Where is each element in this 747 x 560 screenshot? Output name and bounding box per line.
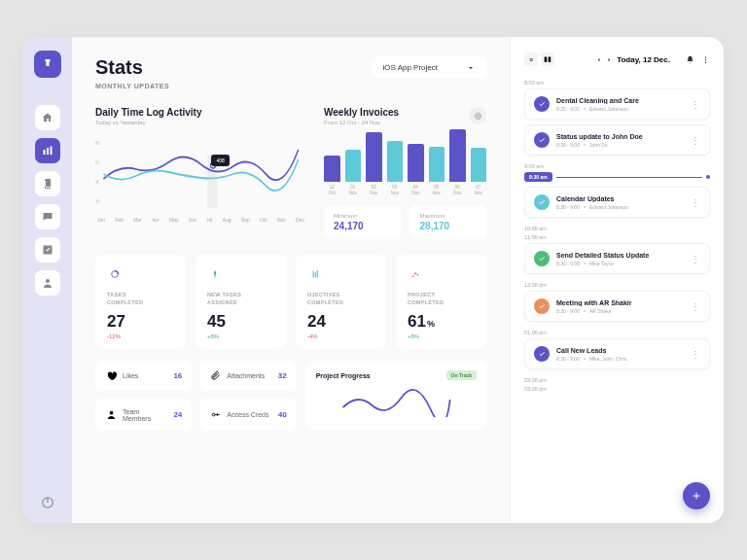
user-icon bbox=[42, 277, 53, 289]
next-day-button[interactable] bbox=[606, 56, 613, 63]
project-name: iOS App Project bbox=[383, 63, 438, 72]
min-value: 24,170 bbox=[334, 221, 390, 231]
stat-card[interactable]: TASKSCOMPLETED 27 -12% bbox=[95, 255, 186, 349]
nav-home[interactable] bbox=[35, 105, 60, 130]
schedule-panel: ≡ ▮▮ Today, 12 Dec. 8:00 am Dental Clean… bbox=[510, 37, 724, 523]
daily-chart-title: Daily Time Log Activity bbox=[95, 107, 201, 118]
event-more-button[interactable]: ⋮ bbox=[691, 102, 700, 107]
event-more-button[interactable]: ⋮ bbox=[691, 200, 700, 205]
svg-text:4h: 4h bbox=[95, 180, 100, 185]
svg-point-3 bbox=[46, 279, 50, 283]
page-subtitle: MONTHLY UPDATES bbox=[95, 83, 169, 89]
date-nav: Today, 12 Dec. bbox=[595, 55, 670, 64]
svg-text:6h: 6h bbox=[95, 160, 100, 165]
add-event-button[interactable] bbox=[683, 482, 710, 509]
svg-rect-16 bbox=[315, 272, 316, 277]
svg-rect-1 bbox=[47, 148, 49, 155]
prev-day-button[interactable] bbox=[595, 56, 602, 63]
event-more-button[interactable]: ⋮ bbox=[691, 352, 700, 357]
info-card[interactable]: Attachments32 bbox=[199, 361, 296, 391]
daily-chart-subtitle: Today vs Yesterday bbox=[95, 120, 201, 125]
event-card[interactable]: Meeting with AR Shakir8:30 - 9:00AR Shak… bbox=[524, 291, 710, 322]
logo-icon bbox=[42, 58, 53, 70]
target-icon bbox=[474, 112, 482, 121]
info-card[interactable]: Likes16 bbox=[95, 361, 192, 391]
home-icon bbox=[42, 112, 53, 123]
event-more-button[interactable]: ⋮ bbox=[691, 257, 700, 262]
svg-point-13 bbox=[477, 115, 479, 117]
power-button[interactable] bbox=[41, 496, 54, 509]
info-card[interactable]: Access Creds40 bbox=[199, 399, 296, 431]
event-more-button[interactable]: ⋮ bbox=[691, 304, 700, 309]
progress-title: Project Progress bbox=[316, 372, 371, 379]
power-icon bbox=[41, 496, 54, 509]
main-content: Stats MONTHLY UPDATES iOS App Project Da… bbox=[72, 37, 510, 523]
progress-chart bbox=[316, 388, 477, 421]
bar-chart-canvas: 12Oct01Nov02Nov03Nov04Nov05Nov06Nov07Nov bbox=[324, 135, 486, 195]
max-label: Maximum bbox=[420, 213, 477, 219]
app-window: Stats MONTHLY UPDATES iOS App Project Da… bbox=[23, 37, 724, 523]
stats-icon bbox=[42, 145, 53, 157]
more-button[interactable] bbox=[701, 55, 710, 64]
message-icon bbox=[42, 211, 53, 223]
min-box: Minimum 24,170 bbox=[324, 205, 400, 239]
event-card[interactable]: Send Detailed Status Update8:30 - 9:00Mi… bbox=[524, 243, 710, 274]
nav-messages[interactable] bbox=[35, 204, 60, 229]
line-chart-canvas: 8h 6h 4h 2h 408 bbox=[95, 135, 306, 213]
svg-rect-17 bbox=[317, 270, 318, 278]
event-more-button[interactable]: ⋮ bbox=[691, 138, 700, 143]
timeline: 8:00 am Dental Cleaning and Care8:30 - 9… bbox=[524, 80, 710, 392]
sidebar bbox=[23, 37, 72, 523]
stat-card[interactable]: NEW TASKSASSIGNED 45 +8% bbox=[196, 255, 286, 349]
svg-rect-2 bbox=[51, 147, 53, 156]
nav-list bbox=[35, 105, 60, 296]
svg-point-12 bbox=[475, 113, 480, 119]
current-date: Today, 12 Dec. bbox=[617, 55, 670, 64]
svg-point-21 bbox=[109, 411, 113, 415]
svg-text:8h: 8h bbox=[95, 141, 100, 146]
bottom-row: Likes16Attachments32Team Members24Access… bbox=[95, 361, 486, 431]
weekly-chart-subtitle: From 12 Oct - 24 Nov bbox=[324, 120, 399, 125]
svg-point-22 bbox=[212, 414, 215, 417]
weekly-chart: Weekly Invoices From 12 Oct - 24 Nov 12O… bbox=[324, 107, 486, 239]
progress-card: Project Progress On Track bbox=[306, 361, 486, 431]
nav-stats[interactable] bbox=[35, 138, 60, 163]
weekly-chart-title: Weekly Invoices bbox=[324, 107, 399, 118]
plus-icon bbox=[691, 490, 702, 502]
view-grid-button[interactable]: ▮▮ bbox=[541, 52, 554, 66]
notifications-button[interactable] bbox=[686, 55, 694, 64]
max-box: Maximum 28,170 bbox=[410, 205, 486, 239]
stat-card[interactable]: PROJECTCOMPLETED 61% +8% bbox=[396, 255, 486, 349]
chart-tooltip: 408 bbox=[211, 155, 229, 166]
app-logo[interactable] bbox=[34, 51, 61, 78]
files-icon bbox=[42, 178, 53, 190]
event-card[interactable]: Dental Cleaning and Care8:30 - 9:00Edwar… bbox=[524, 88, 710, 120]
event-card[interactable]: Call New Leads8:30 - 9:00Mike, John, Chr… bbox=[524, 338, 710, 369]
event-card[interactable]: Calendar Updates8:30 - 9:00Edward Johans… bbox=[524, 187, 710, 218]
event-card[interactable]: Status update to John Doe8:30 - 9:00John… bbox=[524, 124, 710, 156]
check-icon bbox=[42, 244, 53, 256]
progress-badge: On Track bbox=[446, 370, 477, 380]
project-selector[interactable]: iOS App Project bbox=[372, 56, 486, 79]
month-labels: JanFebMarAprMayJunJulAugSepOctNovDec bbox=[95, 217, 306, 223]
info-grid: Likes16Attachments32Team Members24Access… bbox=[95, 361, 297, 431]
daily-chart: Daily Time Log Activity Today vs Yesterd… bbox=[95, 107, 306, 239]
page-title: Stats bbox=[95, 56, 169, 79]
chart-settings-button[interactable] bbox=[469, 107, 486, 124]
svg-point-25 bbox=[705, 61, 707, 63]
stat-card[interactable]: OJECTIVESCOMPLETED 24 -4% bbox=[296, 255, 386, 349]
nav-profile[interactable] bbox=[35, 270, 60, 296]
nav-tasks[interactable] bbox=[35, 237, 60, 262]
svg-rect-0 bbox=[44, 150, 46, 155]
nav-files[interactable] bbox=[35, 171, 60, 196]
svg-text:2h: 2h bbox=[95, 199, 100, 204]
svg-rect-15 bbox=[313, 271, 314, 278]
schedule-header: ≡ ▮▮ Today, 12 Dec. bbox=[524, 52, 710, 66]
info-card[interactable]: Team Members24 bbox=[95, 399, 192, 431]
max-value: 28,170 bbox=[420, 221, 477, 231]
stats-row: TASKSCOMPLETED 27 -12% NEW TASKSASSIGNED… bbox=[95, 255, 486, 349]
view-list-button[interactable]: ≡ bbox=[524, 52, 538, 66]
svg-point-24 bbox=[705, 58, 707, 60]
svg-point-23 bbox=[705, 56, 707, 58]
page-header: Stats MONTHLY UPDATES iOS App Project bbox=[95, 56, 486, 89]
